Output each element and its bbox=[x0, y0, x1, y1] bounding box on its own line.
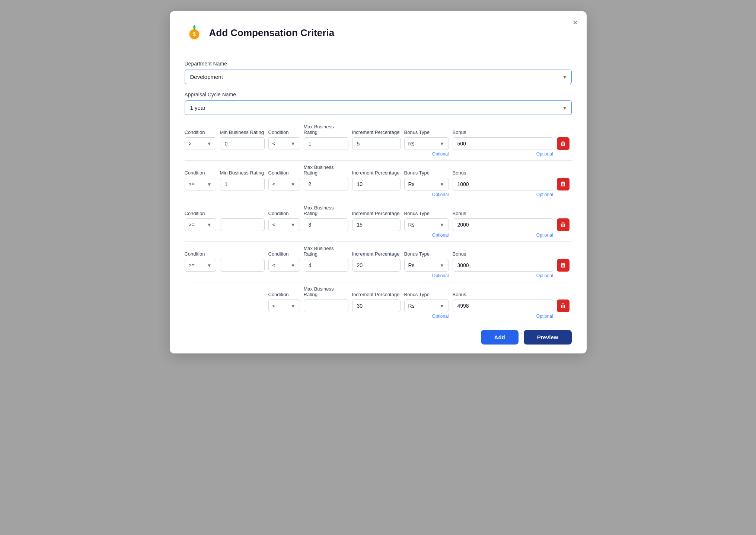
footer-buttons: Add Preview bbox=[185, 330, 572, 345]
preview-button[interactable]: Preview bbox=[524, 330, 572, 345]
row3-cond1-select[interactable]: > >= < <= = bbox=[185, 218, 216, 231]
col-header-max-rating-1: Max Business Rating bbox=[304, 124, 348, 135]
col-header-bonus-type-3: Bonus Type bbox=[404, 211, 449, 216]
row3-max-rating-input[interactable] bbox=[304, 218, 348, 231]
close-button[interactable]: × bbox=[573, 19, 578, 27]
row1-min-rating-input[interactable] bbox=[220, 137, 265, 150]
col-header-min-rating-2: Min Business Rating bbox=[220, 170, 265, 176]
row4-optional-bonus: Optional bbox=[453, 273, 553, 278]
col-header-inc-2: Increment Percentage bbox=[352, 170, 401, 176]
criteria-row-2: Condition Min Business Rating Condition … bbox=[185, 164, 572, 197]
trash-icon: 🗑 bbox=[560, 262, 566, 269]
department-section: Department Name Development HR Finance M… bbox=[185, 61, 572, 84]
row5-optional-inc: Optional bbox=[404, 314, 449, 319]
col-header-condition-3: Condition bbox=[185, 211, 216, 216]
col-header-max-rating-2: Max Business Rating bbox=[304, 164, 348, 176]
add-button[interactable]: Add bbox=[481, 330, 519, 345]
col-header-bonus-type-5: Bonus Type bbox=[404, 292, 449, 297]
row2-optional-inc: Optional bbox=[404, 192, 449, 197]
col-header-bonus-type-2: Bonus Type bbox=[404, 170, 449, 176]
row2-cond1-select[interactable]: > >= < <= = bbox=[185, 178, 216, 190]
row1-bonus-input[interactable] bbox=[453, 137, 553, 150]
row1-max-rating-input[interactable] bbox=[304, 137, 348, 150]
row4-bonus-input[interactable] bbox=[453, 259, 553, 272]
appraisal-select[interactable]: 1 year 6 months 3 months bbox=[185, 100, 572, 115]
row3-bonus-input[interactable] bbox=[453, 218, 553, 231]
row3-bonus-type-select[interactable]: Rs USD % bbox=[404, 218, 449, 231]
col-header-min-rating-1: Min Business Rating bbox=[220, 129, 265, 135]
trash-icon: 🗑 bbox=[560, 181, 566, 188]
col-header-condition-1: Condition bbox=[185, 129, 216, 135]
col-header-max-rating-4: Max Business Rating bbox=[304, 246, 348, 257]
department-select[interactable]: Development HR Finance Marketing bbox=[185, 70, 572, 84]
col-header-condition-4: Condition bbox=[185, 251, 216, 257]
col-header-bonus-4: Bonus bbox=[453, 251, 553, 257]
col-header-condition2-4: Condition bbox=[268, 251, 300, 257]
svg-text:$: $ bbox=[193, 31, 196, 37]
row2-bonus-type-select[interactable]: Rs USD % bbox=[404, 178, 449, 190]
row2-min-rating-input[interactable] bbox=[220, 178, 265, 190]
row5-max-rating-input[interactable] bbox=[304, 299, 348, 312]
row4-increment-input[interactable] bbox=[352, 259, 401, 272]
criteria-container: Condition Min Business Rating Condition … bbox=[185, 124, 572, 319]
col-header-bonus-3: Bonus bbox=[453, 211, 553, 216]
row5-bonus-input[interactable] bbox=[453, 299, 553, 312]
row4-max-rating-input[interactable] bbox=[304, 259, 348, 272]
appraisal-select-wrapper: 1 year 6 months 3 months ▼ bbox=[185, 100, 572, 115]
col-header-bonus-1: Bonus bbox=[453, 129, 553, 135]
col-header-bonus-type-1: Bonus Type bbox=[404, 129, 449, 135]
col-header-bonus-5: Bonus bbox=[453, 292, 553, 297]
col-header-bonus-2: Bonus bbox=[453, 170, 553, 176]
col-header-inc-4: Increment Percentage bbox=[352, 251, 401, 257]
row3-delete-button[interactable]: 🗑 bbox=[557, 218, 570, 231]
criteria-row-5: Condition Max Business Rating Increment … bbox=[185, 286, 572, 319]
appraisal-section: Appraisal Cycle Name 1 year 6 months 3 m… bbox=[185, 92, 572, 115]
row1-cond1-select[interactable]: > >= < <= = bbox=[185, 137, 216, 150]
col-header-max-rating-5: Max Business Rating bbox=[304, 286, 348, 297]
row1-delete-button[interactable]: 🗑 bbox=[557, 137, 570, 150]
row3-cond2-select[interactable]: < > >= <= = bbox=[268, 218, 300, 231]
col-header-condition2-1: Condition bbox=[268, 129, 300, 135]
row3-optional-inc: Optional bbox=[404, 233, 449, 238]
col-header-max-rating-3: Max Business Rating bbox=[304, 205, 348, 216]
row4-cond2-select[interactable]: < > >= <= = bbox=[268, 259, 300, 272]
row3-min-rating-input[interactable] bbox=[220, 218, 265, 231]
col-header-condition2-3: Condition bbox=[268, 211, 300, 216]
row5-cond2-select[interactable]: < > >= <= = bbox=[268, 299, 300, 312]
row5-increment-input[interactable] bbox=[352, 299, 401, 312]
department-select-wrapper: Development HR Finance Marketing ▼ bbox=[185, 70, 572, 84]
row4-delete-button[interactable]: 🗑 bbox=[557, 259, 570, 272]
row1-bonus-type-select[interactable]: Rs USD % bbox=[404, 137, 449, 150]
criteria-row-1: Condition Min Business Rating Condition … bbox=[185, 124, 572, 157]
col-header-condition-2: Condition bbox=[185, 170, 216, 176]
col-header-condition2-5: Condition bbox=[268, 292, 300, 297]
row1-optional-inc: Optional bbox=[404, 151, 449, 157]
col-header-inc-1: Increment Percentage bbox=[352, 129, 401, 135]
row2-max-rating-input[interactable] bbox=[304, 178, 348, 190]
col-header-inc-3: Increment Percentage bbox=[352, 211, 401, 216]
row2-bonus-input[interactable] bbox=[453, 178, 553, 190]
department-label: Department Name bbox=[185, 61, 572, 67]
row1-cond2-select[interactable]: < > >= <= = bbox=[268, 137, 300, 150]
criteria-row-3: Condition Min Business Rating Condition … bbox=[185, 205, 572, 238]
row4-min-rating-input[interactable] bbox=[220, 259, 265, 272]
row5-bonus-type-select[interactable]: Rs USD % bbox=[404, 299, 449, 312]
row2-optional-bonus: Optional bbox=[453, 192, 553, 197]
modal-title: Add Compensation Criteria bbox=[209, 27, 335, 39]
trash-icon: 🗑 bbox=[560, 221, 566, 228]
row2-increment-input[interactable] bbox=[352, 178, 401, 190]
row4-optional-inc: Optional bbox=[404, 273, 449, 278]
row2-cond2-select[interactable]: < > >= <= = bbox=[268, 178, 300, 190]
row4-bonus-type-select[interactable]: Rs USD % bbox=[404, 259, 449, 272]
trash-icon: 🗑 bbox=[560, 140, 566, 147]
appraisal-label: Appraisal Cycle Name bbox=[185, 92, 572, 97]
row4-cond1-select[interactable]: > >= < <= = bbox=[185, 259, 216, 272]
row5-optional-bonus: Optional bbox=[453, 314, 553, 319]
criteria-row-4: Condition Min Condition Max Business Rat… bbox=[185, 246, 572, 278]
row1-increment-input[interactable] bbox=[352, 137, 401, 150]
col-header-condition2-2: Condition bbox=[268, 170, 300, 176]
row2-delete-button[interactable]: 🗑 bbox=[557, 178, 570, 190]
modal-icon: $ bbox=[185, 23, 204, 42]
row5-delete-button[interactable]: 🗑 bbox=[557, 299, 570, 312]
row3-increment-input[interactable] bbox=[352, 218, 401, 231]
